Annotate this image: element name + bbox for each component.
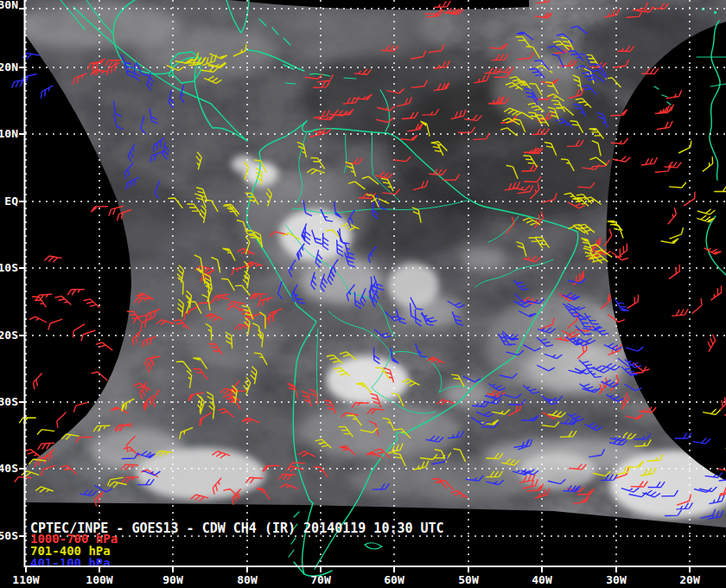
map-canvas (0, 0, 726, 588)
pressure-legend: 1000-700 hPa701-400 hPa401-100 hPa (30, 533, 118, 569)
product-title: CPTEC/INPE - GOES13 - CDW CH4 (IR) 20140… (30, 521, 444, 536)
legend-item-mid: 701-400 hPa (30, 545, 118, 557)
legend-item-high: 401-100 hPa (30, 557, 118, 569)
satellite-wind-product: CPTEC/INPE - GOES13 - CDW CH4 (IR) 20140… (0, 0, 726, 588)
